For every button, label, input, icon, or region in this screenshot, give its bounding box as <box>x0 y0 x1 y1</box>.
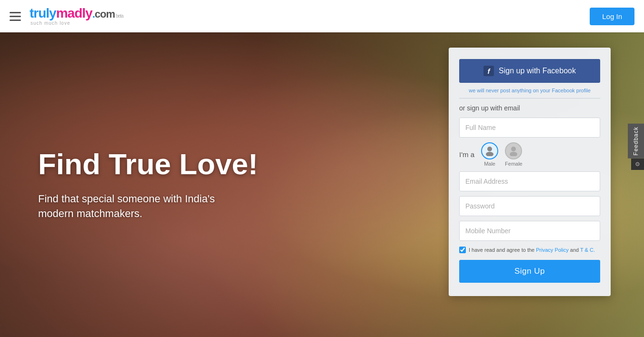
male-avatar-icon <box>481 142 498 159</box>
hero-subtitle: Find that special someone with India's m… <box>38 192 372 221</box>
terms-row: I have read and agree to the Privacy Pol… <box>459 247 600 253</box>
logo: trulymadly.combeta such much love <box>30 7 123 26</box>
or-email-label: or sign up with email <box>459 104 600 112</box>
feedback-settings-icon: ⚙ <box>635 161 640 168</box>
logo-truly: truly <box>30 7 56 20</box>
hero-content: Find True Love! Find that special someon… <box>0 32 410 337</box>
gender-row: I'm a Male Female <box>459 142 600 167</box>
fb-disclaimer: we will never post anything on your Face… <box>459 88 600 99</box>
login-button[interactable]: Log In <box>590 8 634 25</box>
female-label: Female <box>505 161 523 167</box>
mobile-input[interactable] <box>459 221 600 241</box>
svg-point-2 <box>511 147 516 151</box>
gender-female-option[interactable]: Female <box>505 142 523 167</box>
logo-text: trulymadly.combeta <box>30 7 123 20</box>
hamburger-menu-icon[interactable] <box>10 12 21 21</box>
password-input[interactable] <box>459 196 600 216</box>
terms-conditions-link[interactable]: T & C. <box>580 247 595 253</box>
logo-madly: madly <box>56 7 92 20</box>
facebook-signup-button[interactable]: f Sign up with Facebook <box>459 59 600 83</box>
terms-checkbox[interactable] <box>459 247 466 253</box>
svg-point-1 <box>486 152 493 156</box>
feedback-button[interactable]: Feedback <box>628 124 644 159</box>
gender-prefix-label: I'm a <box>459 150 474 159</box>
signup-card: f Sign up with Facebook we will never po… <box>449 48 611 296</box>
facebook-icon: f <box>483 66 494 76</box>
feedback-icon-bar: ⚙ <box>631 159 644 170</box>
signup-button[interactable]: Sign Up <box>459 260 600 283</box>
email-input[interactable] <box>459 171 600 191</box>
header-left: trulymadly.combeta such much love <box>10 7 123 26</box>
feedback-wrapper: Feedback ⚙ <box>628 124 644 170</box>
full-name-input[interactable] <box>459 118 600 138</box>
logo-tagline: such much love <box>30 21 123 26</box>
facebook-btn-label: Sign up with Facebook <box>499 67 576 75</box>
privacy-policy-link[interactable]: Privacy Policy <box>536 247 568 253</box>
svg-point-0 <box>487 147 492 151</box>
header: trulymadly.combeta such much love Log In <box>0 0 644 32</box>
female-avatar-icon <box>505 142 522 159</box>
logo-beta: beta <box>116 14 123 19</box>
logo-com: com <box>95 9 115 20</box>
terms-text: I have read and agree to the Privacy Pol… <box>469 247 595 253</box>
svg-point-3 <box>510 152 517 156</box>
gender-male-option[interactable]: Male <box>481 142 498 167</box>
hero-title: Find True Love! <box>38 148 372 180</box>
male-label: Male <box>484 161 495 167</box>
